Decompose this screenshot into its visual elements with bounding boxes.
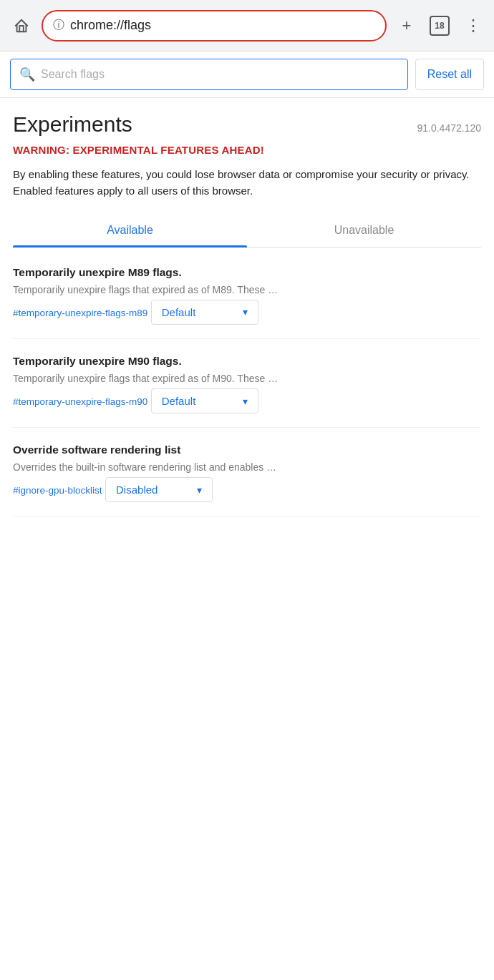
search-input[interactable]: Search flags xyxy=(41,68,105,81)
flag-dropdown-label-gpu: Disabled xyxy=(116,484,158,496)
search-icon: 🔍 xyxy=(19,67,35,82)
flag-dropdown-m90[interactable]: Default ▾ xyxy=(151,388,258,413)
home-icon xyxy=(14,18,29,34)
address-text: chrome://flags xyxy=(70,18,151,33)
address-bar[interactable]: ⓘ chrome://flags xyxy=(42,10,387,41)
flag-title-m89: Temporarily unexpire M89 flags. xyxy=(13,266,481,279)
chevron-down-icon: ▾ xyxy=(243,306,248,318)
flag-item-m89: Temporarily unexpire M89 flags. Temporar… xyxy=(13,250,481,339)
tabs-count-badge: 18 xyxy=(430,16,450,36)
info-icon: ⓘ xyxy=(53,18,64,33)
flags-list: Temporarily unexpire M89 flags. Temporar… xyxy=(13,248,481,517)
chevron-down-icon: ▾ xyxy=(197,484,202,496)
more-icon: ⋮ xyxy=(465,16,480,35)
flag-dropdown-label-m89: Default xyxy=(162,306,196,318)
flag-link-m90[interactable]: #temporary-unexpire-flags-m90 xyxy=(13,396,147,407)
reset-all-button[interactable]: Reset all xyxy=(415,59,484,90)
main-content: Experiments 91.0.4472.120 WARNING: EXPER… xyxy=(0,98,494,516)
chevron-down-icon: ▾ xyxy=(243,396,248,407)
warning-text: WARNING: EXPERIMENTAL FEATURES AHEAD! xyxy=(13,144,481,156)
flag-desc-m90: Temporarily unexpire flags that expired … xyxy=(13,371,481,386)
description-text: By enabling these features, you could lo… xyxy=(13,166,481,200)
search-flags-box[interactable]: 🔍 Search flags xyxy=(10,59,408,90)
version-text: 91.0.4472.120 xyxy=(417,122,481,134)
flag-title-gpu: Override software rendering list xyxy=(13,444,481,456)
flag-desc-m89: Temporarily unexpire flags that expired … xyxy=(13,283,481,297)
experiments-header: Experiments 91.0.4472.120 xyxy=(13,112,481,137)
flag-item-m90: Temporarily unexpire M90 flags. Temporar… xyxy=(13,339,481,428)
search-row: 🔍 Search flags Reset all xyxy=(0,52,494,98)
flag-item-gpu: Override software rendering list Overrid… xyxy=(13,428,481,516)
browser-chrome-bar: ⓘ chrome://flags + 18 ⋮ xyxy=(0,0,494,52)
flag-title-m90: Temporarily unexpire M90 flags. xyxy=(13,355,481,368)
tabs-row: Available Unavailable xyxy=(13,214,481,248)
tab-unavailable[interactable]: Unavailable xyxy=(247,214,481,247)
more-menu-button[interactable]: ⋮ xyxy=(460,13,485,39)
flag-dropdown-label-m90: Default xyxy=(162,395,196,407)
home-button[interactable] xyxy=(9,13,34,39)
new-tab-button[interactable]: + xyxy=(394,13,420,39)
tab-available[interactable]: Available xyxy=(13,214,247,247)
flag-dropdown-gpu[interactable]: Disabled ▾ xyxy=(105,477,213,502)
flag-desc-gpu: Overrides the built-in software renderin… xyxy=(13,460,481,474)
flag-link-m89[interactable]: #temporary-unexpire-flags-m89 xyxy=(13,308,147,318)
tabs-button[interactable]: 18 xyxy=(427,13,452,39)
flag-dropdown-m89[interactable]: Default ▾ xyxy=(151,300,258,325)
add-tab-icon: + xyxy=(402,16,412,35)
flag-link-gpu[interactable]: #ignore-gpu-blocklist xyxy=(13,485,102,496)
page-title: Experiments xyxy=(13,112,132,137)
